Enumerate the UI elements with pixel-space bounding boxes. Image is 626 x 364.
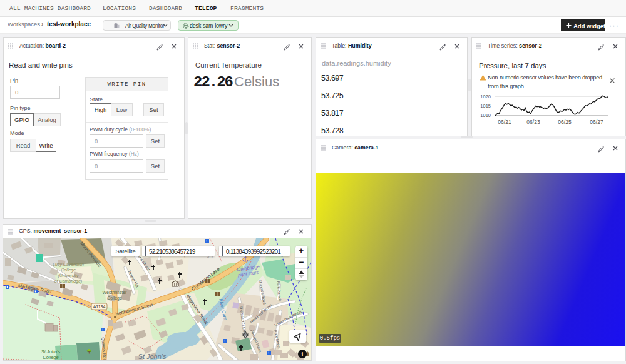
svg-text:Westminster: Westminster — [103, 290, 127, 295]
svg-text:of Cambridge): of Cambridge) — [54, 279, 82, 284]
svg-text:College: College — [61, 268, 76, 273]
svg-text:06/27: 06/27 — [590, 119, 603, 125]
svg-text:St John's: St John's — [138, 353, 167, 360]
svg-text:Lucy Cavendish: Lucy Cavendish — [53, 262, 84, 267]
svg-text:A1134: A1134 — [93, 305, 106, 309]
svg-text:06/25: 06/25 — [558, 119, 572, 125]
svg-text:(University: (University — [58, 273, 79, 278]
svg-text:1010: 1010 — [480, 113, 491, 118]
svg-text:1015: 1015 — [480, 103, 491, 109]
svg-text:1020: 1020 — [480, 94, 491, 99]
svg-text:06/21: 06/21 — [498, 119, 511, 125]
svg-text:06/23: 06/23 — [526, 119, 540, 125]
svg-text:College: College — [107, 296, 122, 301]
svg-text:College: College — [43, 355, 58, 360]
svg-text:🌳: 🌳 — [86, 348, 92, 354]
svg-text:St John's: St John's — [41, 349, 61, 355]
